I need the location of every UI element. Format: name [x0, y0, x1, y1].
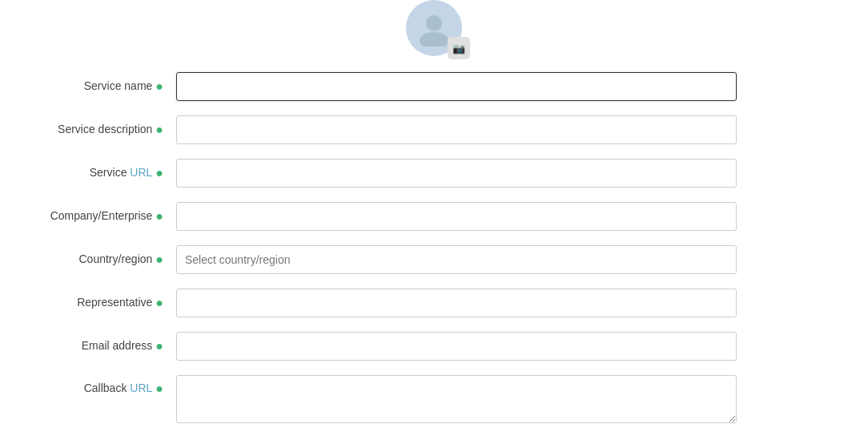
- service-name-input[interactable]: [176, 72, 737, 101]
- required-indicator: ●: [155, 296, 163, 309]
- page-container: 📷 Service name● Service description● Ser…: [0, 0, 868, 424]
- avatar-area: 📷: [0, 0, 868, 72]
- email-address-input[interactable]: [176, 332, 737, 361]
- svg-point-1: [420, 32, 448, 46]
- service-description-label: Service description●: [32, 123, 176, 137]
- company-enterprise-input[interactable]: [176, 202, 737, 231]
- form-area: Service name● Service description● Servi…: [0, 72, 868, 424]
- required-indicator: ●: [155, 79, 163, 93]
- representative-label: Representative●: [32, 296, 176, 310]
- service-url-input[interactable]: [176, 159, 737, 188]
- country-region-row: Country/region●: [32, 245, 836, 274]
- representative-input[interactable]: [176, 289, 737, 317]
- country-region-label: Country/region●: [32, 252, 176, 267]
- company-enterprise-row: Company/Enterprise●: [32, 202, 836, 231]
- required-indicator: ●: [155, 209, 163, 223]
- required-indicator: ●: [155, 382, 163, 395]
- required-indicator: ●: [155, 252, 163, 266]
- service-name-row: Service name●: [32, 72, 836, 101]
- service-description-row: Service description●: [32, 115, 836, 144]
- service-url-label: Service URL●: [32, 166, 176, 180]
- service-description-input[interactable]: [176, 115, 737, 144]
- camera-icon[interactable]: 📷: [448, 37, 470, 59]
- callback-url-row: Callback URL●: [32, 375, 836, 423]
- service-url-row: Service URL●: [32, 159, 836, 188]
- representative-row: Representative●: [32, 289, 836, 317]
- callback-url-input[interactable]: [176, 375, 737, 423]
- required-indicator: ●: [155, 123, 163, 136]
- svg-point-0: [426, 15, 442, 31]
- email-address-row: Email address●: [32, 332, 836, 361]
- company-enterprise-label: Company/Enterprise●: [32, 209, 176, 224]
- callback-url-label: Callback URL●: [32, 375, 176, 396]
- service-name-label: Service name●: [32, 79, 176, 94]
- required-indicator: ●: [155, 166, 163, 180]
- required-indicator: ●: [155, 339, 163, 353]
- country-region-input[interactable]: [176, 245, 737, 274]
- email-address-label: Email address●: [32, 339, 176, 353]
